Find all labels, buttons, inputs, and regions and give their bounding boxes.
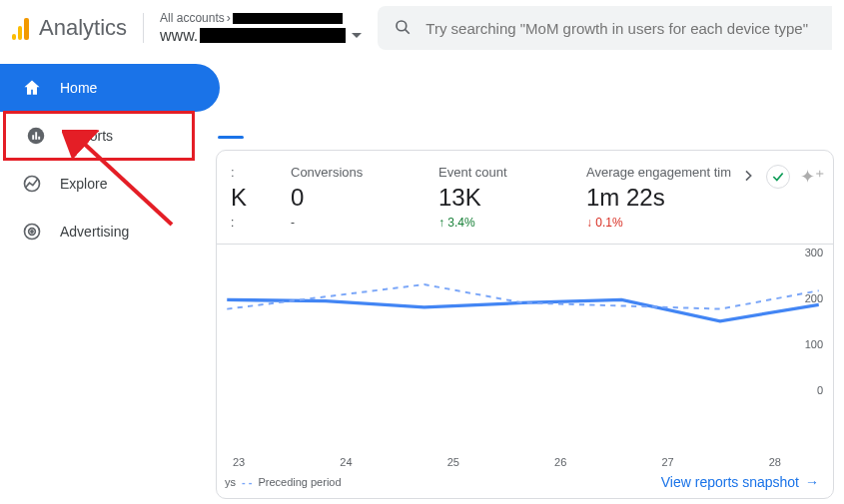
- y-tick: 0: [817, 384, 823, 396]
- search-bar[interactable]: [378, 6, 832, 50]
- svg-line-1: [406, 29, 410, 33]
- nav-label: Explore: [60, 176, 107, 192]
- nav-reports[interactable]: Reports: [4, 112, 194, 160]
- left-nav: Home Reports Explore Advertising: [0, 56, 220, 255]
- caret-down-icon: [352, 33, 362, 38]
- metric-label: Event count: [438, 165, 580, 180]
- x-tick: 25: [447, 456, 459, 468]
- metric-delta: ↓ 0.1%: [586, 216, 731, 230]
- metric-cutoff[interactable]: : K :: [225, 165, 285, 230]
- svg-rect-4: [35, 132, 37, 140]
- view-reports-link[interactable]: View reports snapshot →: [661, 474, 819, 490]
- insights-icon[interactable]: ✦⁺: [800, 166, 825, 188]
- metric-conversions[interactable]: Conversions 0 -: [285, 165, 432, 230]
- active-tab-indicator: [218, 136, 244, 139]
- metrics-row: : K : Conversions 0 - Event count 13K ↑ …: [217, 151, 833, 245]
- redacted-property: [200, 28, 346, 43]
- metric-label: Conversions: [291, 165, 432, 180]
- data-quality-badge[interactable]: [766, 165, 790, 189]
- metric-delta: :: [231, 216, 285, 230]
- svg-rect-3: [32, 135, 34, 140]
- link-label: View reports snapshot: [661, 474, 799, 490]
- metric-label: :: [231, 165, 285, 180]
- y-tick: 200: [805, 292, 823, 304]
- x-tick: 27: [661, 456, 673, 468]
- legend-dash-icon: - -: [242, 476, 252, 488]
- scroll-right-button[interactable]: [740, 168, 756, 187]
- x-tick: 23: [233, 456, 245, 468]
- home-icon: [22, 78, 42, 98]
- svg-rect-5: [38, 137, 40, 140]
- chevron-right-icon: ›: [227, 11, 231, 25]
- redacted-account: [233, 13, 343, 24]
- chart-svg: [221, 247, 825, 456]
- x-tick: 26: [554, 456, 566, 468]
- metric-delta: -: [291, 216, 432, 230]
- x-tick: 28: [769, 456, 781, 468]
- nav-label: Advertising: [60, 224, 129, 240]
- accounts-label: All accounts: [160, 11, 225, 25]
- app-header: Analytics All accounts › www.: [0, 0, 844, 56]
- metric-event-count[interactable]: Event count 13K ↑ 3.4%: [432, 165, 580, 230]
- arrow-right-icon: →: [805, 474, 819, 490]
- account-switcher[interactable]: All accounts › www.: [160, 11, 362, 45]
- x-tick: 24: [340, 456, 352, 468]
- metric-delta: ↑ 3.4%: [438, 216, 580, 230]
- metric-value: 0: [291, 184, 432, 212]
- search-icon: [394, 18, 412, 39]
- reports-icon: [26, 126, 46, 146]
- nav-home[interactable]: Home: [0, 64, 220, 112]
- trend-chart: 300 200 100 0 23 24 25 26 27 28 ys - - P…: [217, 245, 833, 498]
- header-divider: [143, 13, 144, 43]
- nav-label: Home: [60, 80, 97, 96]
- metric-value: 13K: [438, 184, 580, 212]
- property-prefix: www.: [160, 26, 198, 45]
- product-name: Analytics: [39, 15, 127, 41]
- svg-point-0: [397, 21, 407, 31]
- legend-comparison: Preceding period: [258, 476, 341, 488]
- legend-fragment: ys: [225, 476, 236, 488]
- metric-avg-engagement[interactable]: Average engagement tim 1m 22s ↓ 0.1%: [580, 165, 731, 230]
- nav-explore[interactable]: Explore: [0, 160, 220, 208]
- analytics-logo-icon: [12, 16, 29, 40]
- svg-point-9: [31, 231, 33, 233]
- advertising-icon: [22, 222, 42, 242]
- product-logo[interactable]: Analytics: [12, 15, 127, 41]
- y-tick: 100: [805, 338, 823, 350]
- metric-value: 1m 22s: [586, 184, 731, 212]
- metric-value: K: [231, 184, 285, 212]
- search-input[interactable]: [425, 20, 816, 37]
- explore-icon: [22, 174, 42, 194]
- main-content: : K : Conversions 0 - Event count 13K ↑ …: [210, 66, 838, 504]
- metric-label: Average engagement tim: [586, 165, 731, 180]
- overview-card: : K : Conversions 0 - Event count 13K ↑ …: [216, 150, 834, 499]
- y-tick: 300: [805, 247, 823, 258]
- nav-advertising[interactable]: Advertising: [0, 208, 220, 255]
- x-axis: 23 24 25 26 27 28: [221, 456, 825, 468]
- nav-label: Reports: [64, 128, 113, 144]
